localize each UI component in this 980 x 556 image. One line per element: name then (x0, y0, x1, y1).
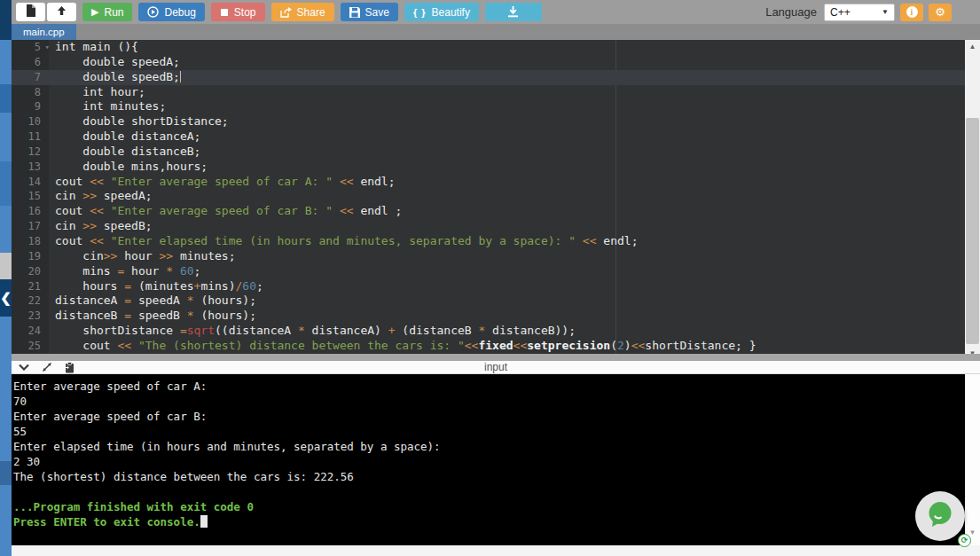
code-line[interactable]: 19 cin>> hour >> minutes; (12, 249, 965, 264)
share-label: Share (297, 6, 325, 19)
code-line[interactable]: 5▾int main (){ (12, 40, 965, 55)
console-line (13, 484, 965, 499)
info-icon: i (906, 6, 918, 18)
code-line[interactable]: 10 double shortDistance; (12, 114, 965, 129)
share-icon (280, 7, 292, 18)
code-line[interactable]: 20 mins = hour * 60; (12, 264, 965, 279)
code-text: int main (){ (49, 40, 965, 55)
debug-button[interactable]: Debug (138, 3, 204, 21)
beautify-label: Beautify (432, 6, 470, 19)
share-button[interactable]: Share (271, 3, 334, 21)
download-button[interactable] (485, 3, 542, 21)
console-input-label: input (12, 361, 980, 373)
gear-icon: ⚙ (935, 6, 945, 18)
chat-widget-button[interactable] (915, 491, 965, 541)
line-number: 15 (12, 189, 49, 204)
code-line[interactable]: 9 int minutes; (12, 99, 965, 114)
code-line[interactable]: 24 shortDistance =sqrt((distanceA * dist… (12, 324, 965, 339)
line-number: 8 (12, 85, 49, 100)
run-label: Run (104, 6, 123, 19)
code-line[interactable]: 18cout << "Enter elapsed time (in hours … (12, 234, 965, 249)
line-number: 9 (12, 99, 49, 114)
code-line[interactable]: 21 hours = (minutes+mins)/60; (12, 279, 965, 294)
sidebar-segment (0, 485, 12, 556)
code-text: distanceA = speedA * (hours); (49, 294, 965, 309)
code-line[interactable]: 14cout << "Enter average speed of car A:… (12, 175, 965, 190)
line-number: 23 (12, 309, 49, 324)
code-line[interactable]: 13 double mins,hours; (12, 160, 965, 175)
line-number: 17 (12, 219, 49, 234)
scrollbar-thumb[interactable] (966, 118, 979, 344)
left-sidebar-strip[interactable] (0, 0, 12, 556)
fold-icon[interactable]: ▾ (45, 40, 50, 55)
language-select[interactable]: C++ ▼ (824, 4, 895, 21)
code-line[interactable]: 8 int hour; (12, 85, 965, 100)
sidebar-collapse-icon[interactable]: ❮ (0, 288, 12, 308)
code-line[interactable]: 23distanceB = speedB * (hours); (12, 309, 965, 324)
code-line[interactable]: 7 double speedB; (12, 70, 965, 85)
code-text: cin >> speedB; (49, 219, 965, 234)
new-file-icon (26, 4, 35, 20)
code-line[interactable]: 17cin >> speedB; (12, 219, 965, 234)
line-number: 19 (12, 249, 49, 264)
editor-console-splitter[interactable] (12, 354, 980, 361)
line-number: 5▾ (12, 40, 49, 55)
code-text: mins = hour * 60; (49, 264, 965, 279)
code-text: cout << "Enter elapsed time (in hours an… (49, 234, 965, 249)
info-button[interactable]: i (900, 4, 923, 21)
sidebar-segment (0, 40, 12, 84)
console-line: The (shortest) distance between the cars… (13, 469, 965, 484)
code-text: cin >> speedA; (49, 189, 965, 204)
code-text: int minutes; (49, 99, 965, 114)
code-line[interactable]: 25 cout << "The (shortest) distance betw… (12, 339, 965, 354)
code-text: cout << "Enter average speed of car B: "… (49, 204, 965, 219)
code-line[interactable]: 15cin >> speedA; (12, 189, 965, 204)
sidebar-segment (0, 317, 12, 461)
line-number: 25 (12, 339, 49, 354)
line-number: 24 (12, 324, 49, 339)
upload-button[interactable] (47, 3, 76, 21)
code-text: double speedA; (49, 55, 965, 70)
console-collapse-icon[interactable] (19, 364, 29, 371)
scroll-up-icon[interactable]: ▲ (965, 42, 980, 52)
editor-scrollbar[interactable]: ▲ ▼ (965, 40, 980, 361)
download-icon (507, 6, 519, 18)
sidebar-segment (0, 113, 12, 161)
console-line: Enter average speed of car B: (13, 409, 965, 424)
new-file-button[interactable] (16, 3, 45, 21)
tab-main-cpp[interactable]: main.cpp (12, 24, 76, 40)
line-number: 20 (12, 264, 49, 279)
beautify-button[interactable]: { } Beautify (404, 3, 479, 21)
console-line: ...Program finished with exit code 0 (13, 499, 965, 514)
code-line[interactable]: 22distanceA = speedA * (hours); (12, 294, 965, 309)
debug-icon (147, 6, 159, 18)
tab-bar: main.cpp (12, 24, 980, 40)
sidebar-segment (0, 0, 12, 40)
console-scroll-strip: ▼ (965, 374, 980, 545)
braces-icon: { } (413, 7, 427, 18)
stop-button[interactable]: Stop (211, 3, 265, 21)
status-badge[interactable]: ⟳ (958, 534, 971, 547)
chevron-down-icon: ▼ (882, 8, 889, 16)
console-expand-icon[interactable] (42, 362, 52, 372)
code-line[interactable]: 11 double distanceA; (12, 129, 965, 145)
sidebar-segment (0, 253, 12, 279)
code-line[interactable]: 16cout << "Enter average speed of car B:… (12, 204, 965, 219)
console-output[interactable]: Enter average speed of car A:70Enter ave… (12, 374, 965, 545)
code-text: double speedB; (49, 70, 965, 85)
code-text: cout << "Enter average speed of car A: "… (49, 175, 965, 190)
line-number: 6 (12, 55, 49, 70)
code-text: int hour; (49, 85, 965, 100)
text-cursor (180, 71, 182, 82)
code-line[interactable]: 12 double distanceB; (12, 145, 965, 160)
console-copy-icon[interactable] (65, 362, 74, 373)
save-button[interactable]: Save (341, 3, 398, 21)
onlinegdb-ide: ❮ ▶ Run (0, 0, 980, 556)
run-button[interactable]: ▶ Run (82, 3, 132, 21)
code-line[interactable]: 6 double speedA; (12, 55, 965, 70)
play-icon: ▶ (91, 6, 98, 18)
console-line: 2 30 (13, 454, 965, 469)
code-text: distanceB = speedB * (hours); (49, 309, 965, 324)
settings-button[interactable]: ⚙ (929, 4, 952, 21)
code-editor[interactable]: 5▾int main (){6 double speedA;7 double s… (12, 40, 965, 354)
